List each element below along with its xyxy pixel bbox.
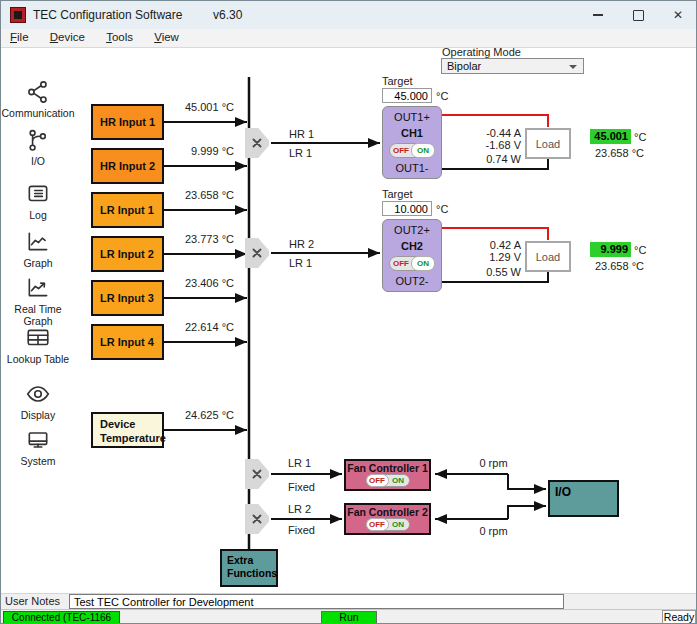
ch1-load-block[interactable]: Load: [525, 128, 571, 159]
line-chart-icon: [25, 229, 51, 255]
menu-view[interactable]: View: [145, 29, 188, 43]
ch1-voltage: -1.68 V: [456, 139, 521, 151]
fan1-on-off-toggle[interactable]: OFF ON: [366, 474, 410, 487]
operating-mode-value: Bipolar: [447, 60, 481, 72]
ch2-actual-unit: °C: [634, 244, 646, 256]
ch1-actual-value: 45.001: [590, 129, 631, 144]
fan2-on-off-toggle[interactable]: OFF ON: [366, 518, 410, 531]
ch2-source-top: HR 2: [289, 238, 314, 250]
extra-functions-label: Extra Functions: [227, 554, 277, 579]
sidebar-label: Log: [29, 209, 47, 221]
ch2-power: 0.55 W: [456, 266, 521, 278]
user-notes-label: User Notes: [5, 595, 60, 607]
hr-input-1-value: 45.001 °C: [146, 101, 234, 113]
sidebar-label: Display: [21, 409, 55, 421]
menu-tools[interactable]: Tools: [97, 29, 142, 43]
ch2-on-off-toggle[interactable]: OFF ON: [389, 256, 435, 271]
fan-controller-1-block[interactable]: Fan Controller 1 OFF ON: [344, 459, 431, 491]
io-label: I/O: [555, 485, 571, 499]
app-logo-icon: [10, 7, 26, 23]
ch1-current: -0.44 A: [456, 127, 521, 139]
block-label: LR Input 3: [100, 292, 154, 304]
title-bar: TEC Configuration Software v6.30 ✕: [1, 1, 697, 29]
lr-input-4-value: 22.614 °C: [146, 321, 234, 333]
minimize-button[interactable]: [578, 1, 618, 29]
ch1-target-input[interactable]: [382, 88, 432, 103]
window-title: TEC Configuration Software: [33, 1, 182, 29]
block-label: HR Input 2: [100, 160, 155, 172]
note-icon: [25, 181, 51, 207]
ch1-out-plus: OUT1+: [394, 111, 430, 123]
io-block[interactable]: I/O: [548, 480, 619, 517]
sidebar-label: Graph: [23, 257, 52, 269]
sidebar-item-io[interactable]: I/O: [3, 127, 73, 167]
tools-icon: [251, 137, 263, 149]
fan2-source-bottom: Fixed: [288, 524, 315, 536]
fan-controller-2-block[interactable]: Fan Controller 2 OFF ON: [344, 503, 431, 535]
tools-icon: [251, 247, 263, 259]
sidebar-item-log[interactable]: Log: [3, 181, 73, 221]
sidebar-item-lookup-table[interactable]: Lookup Table: [3, 325, 73, 365]
sidebar-item-real-time-graph[interactable]: Real Time Graph: [3, 275, 73, 327]
block-label: HR Input 1: [100, 116, 155, 128]
ch1-on-off-toggle[interactable]: OFF ON: [389, 143, 435, 158]
device-temperature-value: 24.625 °C: [146, 409, 234, 421]
toggle-off-label: OFF: [366, 518, 389, 531]
ch2-target-input[interactable]: [382, 201, 432, 216]
ch2-out-minus: OUT2-: [396, 275, 429, 287]
menu-file[interactable]: File: [1, 29, 38, 43]
sidebar-label: I/O: [31, 155, 45, 167]
ch1-target-unit: °C: [436, 90, 448, 102]
maximize-button[interactable]: [618, 1, 658, 29]
operating-mode-select[interactable]: Bipolar: [441, 58, 584, 74]
sidebar-label: Communication: [2, 107, 75, 119]
fan2-source-top: LR 2: [288, 503, 311, 515]
ch1-power: 0.74 W: [456, 153, 521, 165]
extra-functions-block[interactable]: Extra Functions: [220, 549, 278, 587]
sidebar-item-communication[interactable]: Communication: [3, 79, 73, 119]
toggle-off-label: OFF: [390, 257, 412, 270]
ch2-voltage: 1.29 V: [456, 251, 521, 263]
block-label: LR Input 1: [100, 204, 154, 216]
sidebar-item-display[interactable]: Display: [3, 381, 73, 421]
ch1-actual-unit: °C: [634, 131, 646, 143]
user-notes-input[interactable]: [69, 594, 564, 609]
sidebar-label: System: [20, 455, 55, 467]
block-label: LR Input 4: [100, 336, 154, 348]
ready-status: Ready: [662, 610, 696, 624]
close-icon: ✕: [673, 8, 683, 22]
fan1-source-top: LR 1: [288, 457, 311, 469]
lr-input-1-value: 23.658 °C: [146, 189, 234, 201]
run-button[interactable]: Run: [321, 611, 377, 624]
sidebar-item-graph[interactable]: Graph: [3, 229, 73, 269]
ch1-block[interactable]: OUT1+ CH1 OFF ON OUT1-: [382, 106, 442, 179]
load-label: Load: [536, 251, 560, 263]
sidebar-label: Lookup Table: [7, 353, 69, 365]
fan1-name: Fan Controller 1: [347, 462, 428, 474]
toggle-on-label: ON: [388, 519, 409, 530]
maximize-icon: [633, 10, 644, 21]
sidebar-item-system[interactable]: System: [3, 427, 73, 467]
ch1-out-minus: OUT1-: [396, 162, 429, 174]
tools-icon: [251, 468, 263, 480]
fan2-rpm-value: 0 rpm: [466, 525, 521, 537]
ch2-target-unit: °C: [436, 203, 448, 215]
ch2-load-block[interactable]: Load: [525, 241, 571, 272]
user-notes-row: User Notes: [1, 593, 697, 609]
close-button[interactable]: ✕: [658, 1, 697, 29]
monitor-icon: [25, 427, 51, 453]
lr-input-3-value: 23.406 °C: [146, 277, 234, 289]
ch1-source-bottom: LR 1: [289, 147, 312, 159]
status-bar: Connected (TEC-1166 S/N: 6) Run Ready: [1, 609, 697, 624]
table-icon: [25, 325, 51, 351]
ch2-source-bottom: LR 1: [289, 257, 312, 269]
toggle-on-label: ON: [411, 256, 435, 271]
ch2-out-plus: OUT2+: [394, 224, 430, 236]
block-label: LR Input 2: [100, 248, 154, 260]
toggle-on-label: ON: [411, 143, 435, 158]
ch2-ambient-value: 23.658 °C: [584, 260, 644, 272]
menu-device[interactable]: Device: [41, 29, 94, 43]
branch-icon: [25, 127, 51, 153]
ch2-block[interactable]: OUT2+ CH2 OFF ON OUT2-: [382, 219, 442, 292]
fan1-source-bottom: Fixed: [288, 481, 315, 493]
